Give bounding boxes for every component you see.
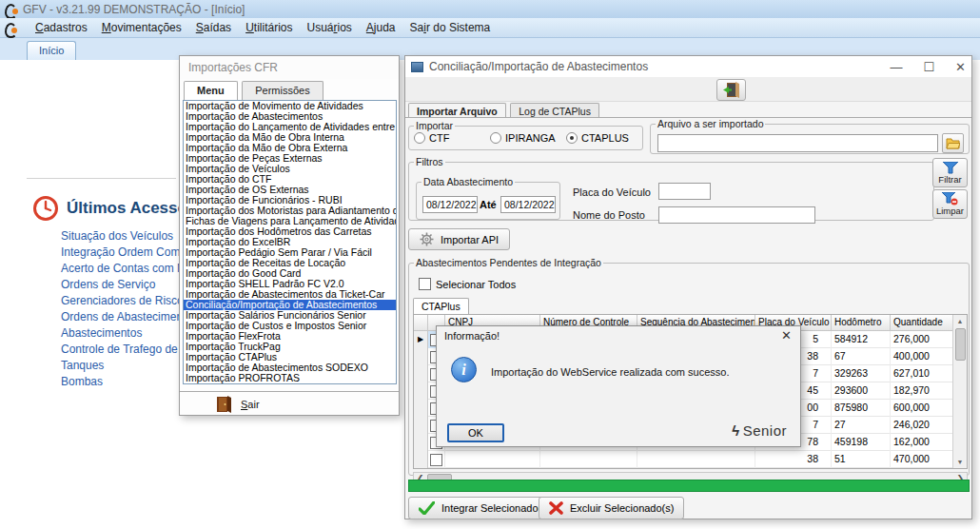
menubar-item-ajuda[interactable]: Ajuda (366, 21, 396, 34)
posto-input[interactable] (658, 206, 815, 224)
selecionar-todos-row: Selecionar Todos (419, 278, 516, 290)
scroll-down-icon[interactable]: ▼ (953, 456, 967, 468)
dialog-message: Importação do WebService realizada com s… (491, 366, 729, 378)
data-inicial-input[interactable]: 08/12/2022 (422, 196, 478, 213)
excluir-selecionados-button[interactable]: Excluir Selecionado(s) (539, 497, 684, 519)
cell: 584912 (832, 331, 891, 348)
importar-arquivo-panel: Importar CTFIPIRANGACTAPLUS Arquivo a se… (405, 117, 971, 519)
placa-input[interactable] (658, 183, 711, 200)
radio-label: CTAPLUS (581, 132, 629, 144)
dialog-close-icon[interactable]: ✕ (781, 328, 792, 343)
row-checkbox-cell (428, 451, 445, 468)
column-header-blank[interactable] (414, 315, 428, 331)
filter-icon (943, 162, 958, 174)
menubar-item-movimenta-es[interactable]: Movimentações (102, 21, 182, 34)
menubar-item-cadastros[interactable]: Cadastros (35, 21, 88, 34)
cfr-separator (180, 391, 399, 392)
row-indicator[interactable] (414, 417, 428, 434)
cfr-menu-item[interactable]: Importação PROFROTAS (184, 373, 396, 383)
row-indicator[interactable] (414, 400, 428, 417)
menubar-item-utilit-rios[interactable]: Utilitários (245, 21, 292, 34)
ok-button[interactable]: OK (447, 423, 504, 442)
minimize-button[interactable]: — (890, 60, 902, 74)
column-header[interactable]: Hodômetro (832, 315, 891, 331)
cell: 627,010 (891, 365, 953, 382)
selecionar-todos-checkbox[interactable] (419, 278, 431, 290)
home-link[interactable]: Situação dos Veículos (61, 228, 185, 245)
filtros-legend: Filtros (414, 156, 445, 167)
home-link[interactable]: Abastecimentos (61, 325, 185, 342)
menubar-item-sair-do-sistema[interactable]: Sair do Sistema (410, 21, 491, 34)
cell: 38 (755, 451, 832, 468)
home-link[interactable]: Integração Ordem Compra (61, 245, 185, 261)
menubar-item-usu-rios[interactable]: Usuários (306, 21, 351, 34)
data-final-input[interactable]: 08/12/2022 (500, 196, 556, 213)
vertical-scroll-thumb[interactable] (955, 328, 966, 361)
gear-icon (420, 232, 434, 246)
tab-permissoes[interactable]: Permissões (242, 81, 323, 100)
sair-label: Sair (241, 399, 260, 410)
cfr-menu-list: Importação de Movimento de AtividadesImp… (183, 100, 397, 384)
data-abastecimento-legend: Data Abastecimento (421, 176, 515, 187)
tab-menu[interactable]: Menu (184, 81, 238, 100)
row-indicator[interactable] (414, 434, 428, 451)
main-titlebar: GFV - v3.21.99 DEMONSTRAÇÃO - [Início] (0, 0, 980, 18)
check-icon (419, 501, 435, 515)
cell: 246,020 (891, 417, 953, 434)
radio-option-ipiranga[interactable]: IPIRANGA (490, 132, 566, 144)
row-indicator[interactable] (414, 365, 428, 382)
senior-glyph-icon: ϟ (732, 422, 739, 439)
arquivo-legend: Arquivo a ser importado (656, 118, 765, 129)
home-link[interactable]: Ordens de Serviço (61, 277, 185, 293)
data-abastecimento-groupbox: Data Abastecimento 08/12/2022 Até 08/12/… (416, 176, 560, 220)
row-indicator[interactable] (414, 451, 428, 468)
grid-vertical-scrollbar[interactable]: ▲ ▼ (952, 315, 967, 468)
importar-legend: Importar (414, 120, 455, 131)
row-checkbox[interactable] (430, 454, 442, 466)
row-indicator[interactable] (414, 382, 428, 400)
maximize-button[interactable]: ☐ (923, 60, 934, 74)
home-link[interactable]: Gerenciadores de Risco (61, 293, 185, 309)
cell: 162,000 (891, 434, 953, 451)
exit-door-button[interactable] (716, 79, 746, 101)
menubar-item-sa-das[interactable]: Saídas (196, 21, 231, 34)
home-link[interactable]: Tanques (61, 358, 185, 374)
conciliacao-tabs: Importar Arquivo Log de CTAPlus (408, 102, 599, 118)
window-icon (411, 62, 423, 72)
tab-ctaplus[interactable]: CTAPlus (413, 298, 469, 314)
cell: 329263 (832, 365, 891, 382)
limpar-button[interactable]: Limpar (932, 189, 968, 219)
home-link[interactable]: Acerto de Contas com Mot (61, 261, 185, 277)
filtrar-button[interactable]: Filtrar (932, 158, 968, 187)
scroll-up-icon[interactable]: ▲ (953, 315, 967, 327)
selecionar-todos-label: Selecionar Todos (436, 279, 516, 290)
cell: 182,970 (891, 382, 953, 400)
row-indicator[interactable] (414, 348, 428, 365)
conciliacao-toolbar (405, 77, 971, 102)
radio-option-ctf[interactable]: CTF (414, 132, 490, 144)
progress-bar (408, 480, 970, 492)
home-link[interactable]: Bombas (61, 374, 185, 390)
row-indicator[interactable]: ▶ (414, 331, 428, 348)
importar-api-button[interactable]: Importar API (408, 228, 510, 250)
cell (445, 451, 540, 468)
arquivo-input[interactable] (657, 134, 938, 152)
column-header[interactable]: Quantidade (891, 315, 953, 331)
close-button[interactable]: ✕ (955, 60, 966, 74)
folder-icon (946, 138, 960, 149)
radio-option-ctaplus[interactable]: CTAPLUS (566, 132, 642, 144)
ate-label: Até (480, 199, 497, 210)
main-window-title: GFV - v3.21.99 DEMONSTRAÇÃO - [Início] (23, 3, 245, 16)
mdi-child-icon[interactable] (5, 22, 17, 34)
home-link[interactable]: Ordens de Abastecimento (61, 309, 185, 325)
tab-inicio[interactable]: Início (27, 41, 76, 60)
cell: 470,000 (891, 451, 953, 468)
dialog-title: Informação! (437, 326, 800, 345)
browse-folder-button[interactable] (942, 133, 964, 153)
sair-button[interactable]: Sair (216, 396, 260, 413)
home-link[interactable]: Controle de Trafego de Veíc (61, 342, 185, 358)
informacao-dialog: Informação! ✕ i Importação do WebService… (436, 325, 801, 447)
radio-circle (414, 132, 425, 144)
radio-circle (566, 132, 578, 144)
arquivo-groupbox: Arquivo a ser importado (650, 118, 970, 154)
